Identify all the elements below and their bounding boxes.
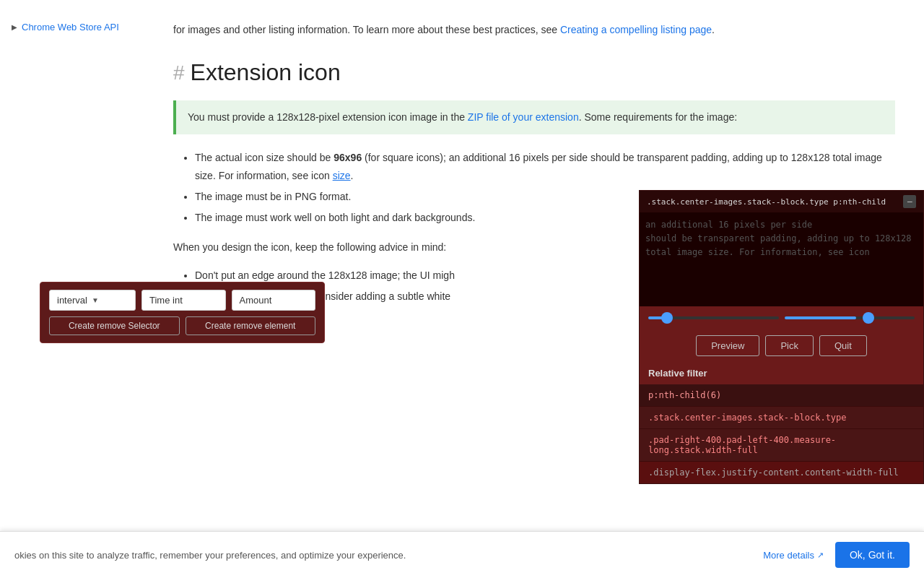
time-int-input[interactable]: Time int bbox=[141, 290, 226, 311]
filter-item-3[interactable]: .display-flex.justify-content.content-wi… bbox=[640, 462, 923, 483]
sidebar-link[interactable]: Chrome Web Store API bbox=[22, 22, 119, 33]
filter-item-1[interactable]: .stack.center-images.stack--block.type bbox=[640, 407, 923, 429]
dark-panel-titlebar: .stack.center-images.stack--block.type p… bbox=[640, 191, 923, 212]
dark-panel-title: .stack.center-images.stack--block.type p… bbox=[647, 197, 886, 207]
dark-panel: .stack.center-images.stack--block.type p… bbox=[639, 190, 924, 484]
more-details-label: More details bbox=[763, 550, 814, 561]
bullet-end: . bbox=[351, 170, 354, 181]
cookie-ok-button[interactable]: Ok, Got it. bbox=[835, 542, 910, 568]
create-remove-selector-button[interactable]: Create remove Selector bbox=[49, 316, 180, 335]
heading-hash: # bbox=[173, 61, 185, 85]
interval-dropdown-label: interval bbox=[57, 295, 87, 306]
relative-filter-header: Relative filter bbox=[640, 362, 923, 384]
extension-icon-heading: Extension icon bbox=[191, 59, 341, 86]
action-buttons-row: Preview Pick Quit bbox=[640, 329, 923, 362]
filter-item-0[interactable]: p:nth-child(6) bbox=[640, 384, 923, 407]
intro-text-before: for images and other listing information… bbox=[173, 24, 560, 35]
highlight-box: You must provide a 128x128-pixel extensi… bbox=[173, 100, 895, 134]
filter-item-2[interactable]: .pad-right-400.pad-left-400.measure-long… bbox=[640, 429, 923, 462]
intro-paragraph: for images and other listing information… bbox=[173, 22, 895, 38]
dropdown-arrow-icon: ▼ bbox=[92, 296, 99, 304]
sidebar-item-chrome-web-store[interactable]: ▶ Chrome Web Store API bbox=[12, 22, 133, 33]
sidebar: ▶ Chrome Web Store API bbox=[0, 0, 144, 54]
size-link[interactable]: size bbox=[333, 170, 351, 181]
dark-panel-body: an additional 16 pixels per side should … bbox=[640, 212, 923, 306]
bullet-bold: 96x96 bbox=[334, 152, 362, 163]
sliders-area bbox=[640, 306, 923, 329]
left-slider[interactable] bbox=[648, 316, 779, 319]
selector-buttons-row: Create remove Selector Create remove ele… bbox=[49, 316, 315, 335]
bullet-text-before: The actual icon size should be bbox=[195, 152, 334, 163]
create-remove-element-button[interactable]: Create remove element bbox=[186, 316, 316, 335]
creating-listing-link[interactable]: Creating a compelling listing page bbox=[560, 24, 712, 35]
external-link-icon: ↗ bbox=[817, 551, 824, 560]
png-text: The image must be in PNG format. bbox=[195, 191, 351, 202]
dark-panel-close-button[interactable]: − bbox=[903, 195, 916, 208]
backgrounds-text: The image must work well on both light a… bbox=[195, 212, 475, 223]
ghost-text-2: should be transparent padding, adding up… bbox=[645, 232, 918, 259]
cookie-bar: okies on this site to analyze traffic, r… bbox=[0, 531, 924, 578]
list-item-size: The actual icon size should be 96x96 (fo… bbox=[195, 149, 895, 185]
section-heading: # Extension icon bbox=[173, 59, 895, 86]
more-details-link[interactable]: More details ↗ bbox=[763, 550, 824, 561]
right-slider-thumb[interactable] bbox=[863, 312, 874, 324]
zip-file-link[interactable]: ZIP file of your extension bbox=[468, 111, 579, 123]
left-slider-thumb[interactable] bbox=[661, 312, 673, 324]
quit-button[interactable]: Quit bbox=[819, 335, 867, 356]
right-slider[interactable] bbox=[785, 316, 915, 319]
highlight-text-before: You must provide a 128x128-pixel extensi… bbox=[188, 111, 468, 123]
advice-text-1: Don't put an edge around the 128x128 ima… bbox=[195, 269, 455, 281]
preview-button[interactable]: Preview bbox=[696, 335, 759, 356]
amount-input[interactable]: Amount bbox=[232, 290, 316, 311]
relative-filter-section: Relative filter p:nth-child(6) .stack.ce… bbox=[640, 362, 923, 483]
selector-top-row: interval ▼ Time int Amount bbox=[49, 290, 315, 311]
selector-widget: interval ▼ Time int Amount Create remove… bbox=[40, 282, 325, 343]
pick-button[interactable]: Pick bbox=[765, 335, 814, 356]
ghost-text-1: an additional 16 pixels per side bbox=[645, 218, 918, 232]
cookie-text: okies on this site to analyze traffic, r… bbox=[14, 550, 751, 561]
interval-dropdown[interactable]: interval ▼ bbox=[49, 290, 136, 311]
sidebar-arrow-icon: ▶ bbox=[12, 23, 17, 31]
highlight-text-after: . Some requirements for the image: bbox=[579, 111, 737, 123]
intro-text-after: . bbox=[712, 24, 715, 35]
